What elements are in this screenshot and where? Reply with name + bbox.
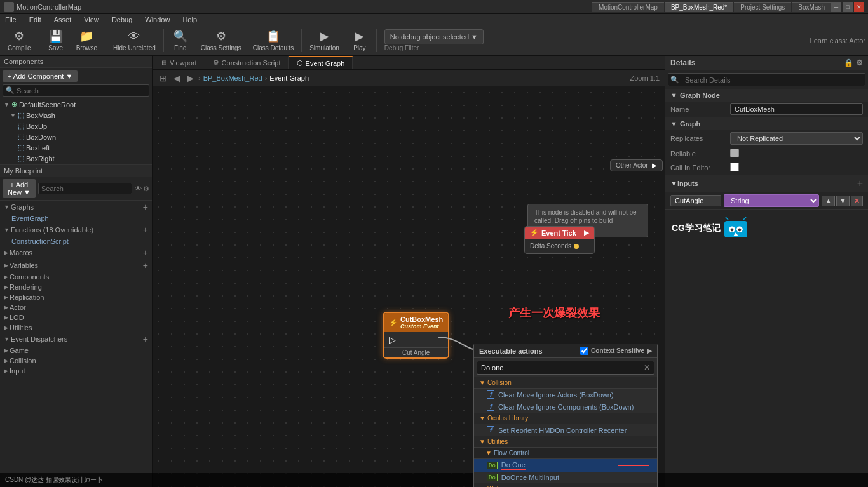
browse-button[interactable]: 📁 Browse — [71, 28, 102, 53]
debug-filter-button[interactable]: No debug object selected ▼ — [384, 29, 484, 44]
node-other-actor[interactable]: Other Actor ▶ — [610, 159, 663, 171]
play-button[interactable]: ▶ Play — [346, 28, 374, 53]
tab-event-graph[interactable]: ⬡ Event Graph — [289, 56, 353, 69]
breadcrumb: ⊞ ◀ ▶ › BP_BoxMesh_Red › Event Graph Zoo… — [153, 70, 665, 86]
tab-viewport[interactable]: 🖥 Viewport — [153, 56, 205, 69]
save-button[interactable]: 💾 Save — [42, 28, 70, 53]
bp-item-constructionscript[interactable]: ConstructionScript — [0, 236, 152, 246]
tree-item-boxmash[interactable]: ▼ ⬚ BoxMash — [0, 110, 152, 121]
add-component-button[interactable]: + Add Component ▼ — [3, 70, 78, 82]
menu-debug[interactable]: Debug — [109, 16, 135, 23]
compile-button[interactable]: ⚙ Compile — [3, 28, 36, 53]
components-header[interactable]: Components — [0, 56, 152, 68]
menu-edit[interactable]: Edit — [27, 16, 44, 23]
other-actor-label: Other Actor — [616, 162, 648, 169]
call-in-editor-container — [730, 163, 863, 173]
add-input-button[interactable]: + — [857, 178, 863, 189]
exec-item-clear-move-components[interactable]: f Clear Move Ignore Components (BoxDown) — [474, 401, 657, 413]
graphs-add-button[interactable]: + — [143, 202, 148, 212]
tab-bp-boxmesh[interactable]: BP_BoxMesh_Red* — [665, 2, 733, 12]
nav-home-button[interactable]: ⊞ — [158, 73, 169, 83]
name-input[interactable] — [730, 103, 863, 115]
bp-item-eventgraph[interactable]: EventGraph — [0, 213, 152, 223]
titlebar: MotionControllerMap MotionControllerMap … — [0, 0, 868, 14]
variables-add-button[interactable]: + — [143, 260, 148, 270]
node-event-tick[interactable]: ⚡ Event Tick ▶ Delta Seconds — [524, 226, 595, 254]
functions-add-button[interactable]: + — [143, 225, 148, 235]
menu-window[interactable]: Window — [142, 16, 172, 23]
hide-unrelated-button[interactable]: 👁 Hide Unrelated — [108, 28, 161, 53]
simulation-icon: ▶ — [320, 29, 329, 43]
tree-item-defaultsceneroot[interactable]: ▼ ⊕ DefaultSceneRoot — [0, 99, 152, 110]
pin-name-input[interactable] — [670, 195, 721, 206]
macros-add-button[interactable]: + — [143, 248, 148, 258]
pin-move-up-button[interactable]: ▲ — [822, 196, 835, 206]
browse-label: Browse — [76, 44, 97, 51]
exec-item-set-reorient[interactable]: f Set Reorient HMDOn Controller Recenter — [474, 424, 657, 436]
bp-category-macros[interactable]: ▶ Macros + — [0, 246, 152, 259]
graph-section-header[interactable]: ▼ Graph — [665, 117, 868, 130]
add-new-button[interactable]: + Add New ▼ — [3, 179, 36, 198]
exec-clear-button[interactable]: ✕ — [640, 361, 654, 374]
pin-remove-button[interactable]: ✕ — [851, 196, 863, 206]
bp-category-actor[interactable]: ▶ Actor — [0, 302, 152, 312]
minimize-button[interactable]: ─ — [831, 2, 841, 12]
menu-help[interactable]: Help — [180, 16, 200, 23]
exec-item-clear-move-actors[interactable]: f Clear Move Ignore Actors (BoxDown) — [474, 389, 657, 401]
context-sensitive-checkbox[interactable] — [580, 347, 588, 355]
maximize-button[interactable]: □ — [843, 2, 853, 12]
bp-category-graphs[interactable]: ▼ Graphs + — [0, 201, 152, 213]
tab-construction-script[interactable]: ⚙ Construction Script — [205, 56, 289, 69]
nav-forward-button[interactable]: ▶ — [185, 73, 196, 83]
bp-category-game[interactable]: ▶ Game — [0, 345, 152, 356]
menu-asset[interactable]: Asset — [51, 16, 74, 23]
replicates-select[interactable]: Not Replicated — [730, 132, 863, 145]
bp-category-utilities[interactable]: ▶ Utilities — [0, 323, 152, 333]
graph-node-header[interactable]: ▼ Graph Node — [665, 89, 868, 102]
tab-project-settings[interactable]: Project Settings — [734, 2, 791, 12]
bp-category-collision[interactable]: ▶ Collision — [0, 356, 152, 366]
node-cutboxmesh[interactable]: ⚡ CutBoxMesh Custom Event ▷ Cut Angle — [383, 312, 449, 359]
reliable-checkbox[interactable] — [730, 149, 739, 157]
tab-motion-controller[interactable]: MotionControllerMap — [592, 2, 664, 12]
components-search-input[interactable] — [17, 87, 146, 95]
tree-item-boxdown[interactable]: ⬚ BoxDown — [0, 131, 152, 142]
toolbar-sep-5 — [376, 29, 377, 52]
exec-item-doonce-multiinput[interactable]: Do DoOnce MultiInput — [474, 472, 657, 483]
bp-category-input[interactable]: ▶ Input — [0, 366, 152, 376]
bp-category-rendering[interactable]: ▶ Rendering — [0, 282, 152, 292]
details-lock-icon[interactable]: 🔒 — [844, 58, 853, 67]
close-button[interactable]: ✕ — [854, 2, 864, 12]
event-dispatchers-add-button[interactable]: + — [143, 334, 148, 344]
breadcrumb-parent[interactable]: BP_BoxMesh_Red — [203, 74, 262, 82]
bp-category-event-dispatchers[interactable]: ▼ Event Dispatchers + — [0, 333, 152, 345]
details-settings-icon[interactable]: ⚙ — [856, 58, 863, 67]
exec-item-do-one[interactable]: Do Do One — [474, 459, 657, 472]
bp-category-lod[interactable]: ▶ LOD — [0, 312, 152, 323]
tab-boxmash[interactable]: BoxMash — [792, 2, 831, 12]
simulation-button[interactable]: ▶ Simulation — [304, 28, 344, 53]
bp-category-variables[interactable]: ▶ Variables + — [0, 259, 152, 272]
call-in-editor-checkbox[interactable] — [730, 163, 739, 171]
blueprint-canvas[interactable]: This node is disabled and will not be ca… — [153, 86, 665, 487]
blueprint-search-icon[interactable]: 👁 — [135, 185, 142, 192]
tree-item-boxup[interactable]: ⬚ BoxUp — [0, 121, 152, 131]
pin-move-down-button[interactable]: ▼ — [836, 196, 850, 206]
components-title: Components — [4, 58, 43, 65]
pin-type-select[interactable]: String — [724, 194, 819, 207]
tree-item-boxleft[interactable]: ⬚ BoxLeft — [0, 142, 152, 153]
bp-category-components[interactable]: ▶ Components — [0, 272, 152, 282]
bp-category-functions[interactable]: ▼ Functions (18 Overridable) + — [0, 223, 152, 236]
blueprint-search-input[interactable] — [41, 185, 129, 192]
class-defaults-button[interactable]: 📋 Class Defaults — [248, 28, 299, 53]
blueprint-settings-icon[interactable]: ⚙ — [143, 185, 149, 193]
class-settings-button[interactable]: ⚙ Class Settings — [196, 28, 247, 53]
menu-view[interactable]: View — [81, 16, 102, 23]
exec-search-input[interactable] — [477, 362, 640, 373]
tree-item-boxright[interactable]: ⬚ BoxRight — [0, 153, 152, 164]
details-search-input[interactable] — [681, 74, 865, 86]
find-button[interactable]: 🔍 Find — [166, 28, 194, 53]
menu-file[interactable]: File — [3, 16, 19, 23]
bp-category-replication[interactable]: ▶ Replication — [0, 292, 152, 302]
nav-back-button[interactable]: ◀ — [172, 73, 182, 83]
